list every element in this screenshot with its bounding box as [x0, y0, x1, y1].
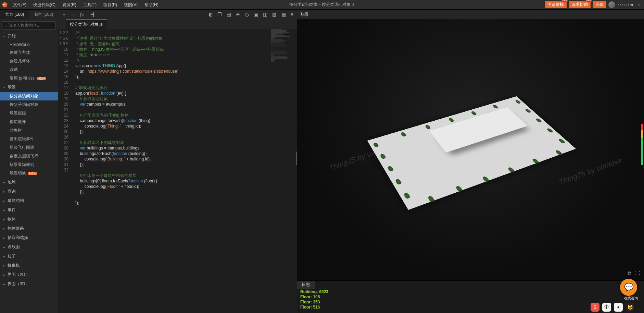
- globe-icon[interactable]: ⊕: [236, 12, 240, 17]
- perf-indicator: [641, 124, 643, 165]
- search-input[interactable]: [8, 23, 53, 28]
- request-help-button[interactable]: 请求协助new: [569, 1, 591, 8]
- menu-item[interactable]: 资源(R): [59, 0, 80, 10]
- tab-overflow-icon[interactable]: ⋮: [58, 22, 66, 26]
- tree-item[interactable]: 场景层级: [0, 109, 58, 118]
- scene-header: 场景: [297, 10, 644, 19]
- log-line: Floor: 516: [300, 305, 641, 310]
- tree-group[interactable]: ▸地球: [0, 178, 58, 187]
- code-body[interactable]: /** * 说明: 通过“分类对象属性树”访问场景内的对象 * 操作: 无，查看…: [73, 29, 297, 313]
- tree-group[interactable]: ▸物体效果: [0, 224, 58, 233]
- tree-item[interactable]: 层级飞行回调: [0, 143, 58, 152]
- menu-item[interactable]: 帮助(H): [141, 0, 162, 10]
- chat-label: 在线咨询: [624, 296, 638, 301]
- tree-item[interactable]: HelloWorld: [0, 41, 58, 48]
- log-line: Floor: 108: [300, 294, 641, 300]
- new-icon[interactable]: ＋: [62, 11, 66, 17]
- line-gutter: 1 2 3 4 5 6 7 8 9 10 11 12 13 14 15 16 1…: [58, 29, 73, 313]
- window-title: 按分类访问对象 - 按分类访问对象.js: [289, 2, 355, 8]
- menu-item[interactable]: 项目(P): [100, 0, 121, 10]
- tree-group[interactable]: ▸界面（2D）: [0, 270, 58, 279]
- theme-icon[interactable]: ◐: [209, 12, 213, 17]
- tree-item[interactable]: 引用 js 和 cssNEW: [0, 74, 58, 83]
- tree-item[interactable]: 对象树: [0, 126, 58, 135]
- tree-group[interactable]: ▸物体: [0, 215, 58, 224]
- editor-area: ⋮ 按分类访问对象.js 1 2 3 4 5 6 7 8 9 10 11 12 …: [58, 19, 297, 313]
- tree-group[interactable]: ▸建筑结构: [0, 196, 58, 205]
- cube-icon[interactable]: ❒: [217, 12, 222, 17]
- watermark: ThingJS by uinnova: [558, 156, 623, 187]
- app-logo: [0, 0, 10, 10]
- tree-group[interactable]: ▸摄像机: [0, 261, 58, 270]
- tree-group[interactable]: ▸界面（3D）: [0, 279, 58, 289]
- tab-mine[interactable]: 我的 (108): [29, 10, 58, 19]
- tree-group[interactable]: ▸粒子: [0, 252, 58, 261]
- sidebar-category-tabs: 官方 (160) 我的 (108): [0, 10, 58, 19]
- tree-item[interactable]: 场景切换NEW: [0, 169, 58, 178]
- tree-item[interactable]: 创建几何体: [0, 57, 58, 65]
- menu-item[interactable]: 文件(F): [10, 0, 30, 10]
- tree-item[interactable]: 创建立方体: [0, 48, 58, 57]
- ime-icon-2[interactable]: 中: [602, 303, 611, 312]
- tab-official[interactable]: 官方 (160): [0, 10, 29, 19]
- tree-group[interactable]: ▸查询: [0, 187, 58, 196]
- preview-panel: ThingJS by uinnova ThingJS by uinnova ⧉ …: [297, 19, 644, 313]
- log-line: Floor: 353: [300, 300, 641, 305]
- tree-item[interactable]: 进出层级事件: [0, 135, 58, 143]
- tree-group[interactable]: ▸事件: [0, 205, 58, 215]
- username[interactable]: zzzzzker: [617, 2, 633, 7]
- avatar[interactable]: [608, 1, 615, 8]
- tree-group[interactable]: ▾开始: [0, 32, 58, 41]
- clock-icon[interactable]: ◷: [245, 12, 249, 17]
- ime-icon-3[interactable]: ✦: [614, 303, 623, 312]
- ime-tray: S 中 ✦ 🐱: [591, 303, 634, 312]
- tree-item[interactable]: 按分类访问对象: [0, 92, 58, 100]
- scene-model: [367, 96, 576, 210]
- run-icon[interactable]: ▷: [80, 12, 84, 17]
- search-box[interactable]: ⌕: [2, 21, 56, 29]
- fullscreen-icon[interactable]: ⛶: [635, 270, 640, 276]
- tree-group[interactable]: ▸点线面: [0, 242, 58, 252]
- share-icon[interactable]: ⇶: [90, 12, 94, 17]
- file-tabs: ⋮ 按分类访问对象.js: [58, 19, 297, 29]
- tree-item[interactable]: 场景显隐规则: [0, 160, 58, 169]
- log-tab[interactable]: 日志: [297, 281, 315, 289]
- menu-item[interactable]: 工具(T): [80, 0, 100, 10]
- menu-item[interactable]: 视图(V): [121, 0, 141, 10]
- tool-row: 官方 (160) 我的 (108) ＋ ▫ ▷ ⇶ ◐ ❒ ▤ ⊕ ◷ ▣ ▥ …: [0, 10, 644, 19]
- top-menubar: 文件(F)快捷代码(C)资源(R)工具(T)项目(P)视图(V)帮助(H) 按分…: [0, 0, 644, 10]
- open-window-icon[interactable]: ⧉: [628, 270, 631, 276]
- example-tree: ▾开始HelloWorld创建立方体创建几何体调试引用 js 和 cssNEW▾…: [0, 32, 58, 313]
- menu-item[interactable]: 快捷代码(C): [30, 0, 59, 10]
- layout3-icon[interactable]: ▧: [272, 12, 277, 17]
- request-model-button[interactable]: 申请建模new: [545, 1, 567, 8]
- search-icon: ⌕: [4, 23, 7, 28]
- ime-icon-1[interactable]: S: [591, 303, 599, 312]
- minimap[interactable]: [269, 29, 297, 313]
- panel-icon[interactable]: ▦: [281, 12, 286, 17]
- recharge-button[interactable]: 充值: [593, 1, 606, 8]
- layout2-icon[interactable]: ▥: [263, 12, 267, 17]
- sidebar: ⌕ ▾开始HelloWorld创建立方体创建几何体调试引用 js 和 cssNE…: [0, 19, 58, 313]
- editor-toolbar-right: ◐ ❒ ▤ ⊕ ◷ ▣ ▥ ▧ ▦ ≡: [209, 12, 297, 17]
- chat-fab[interactable]: 💬: [620, 279, 637, 296]
- svg-point-1: [3, 3, 5, 5]
- scene-viewport[interactable]: ThingJS by uinnova ThingJS by uinnova ⧉ …: [297, 19, 644, 280]
- tree-group[interactable]: ▸拾取和选择: [0, 233, 58, 242]
- tree-item[interactable]: 楼层展开: [0, 118, 58, 126]
- tree-item[interactable]: 调试: [0, 65, 58, 74]
- svg-point-0: [2, 2, 8, 7]
- top-right-controls: 申请建模new 请求协助new 充值 zzzzzker ×: [545, 1, 642, 8]
- tree-item[interactable]: 按父子访问对象: [0, 100, 58, 109]
- list-icon[interactable]: ≡: [291, 12, 293, 17]
- menu-list: 文件(F)快捷代码(C)资源(R)工具(T)项目(P)视图(V)帮助(H): [10, 0, 162, 10]
- code-editor[interactable]: 1 2 3 4 5 6 7 8 9 10 11 12 13 14 15 16 1…: [58, 29, 297, 313]
- file-tab[interactable]: 按分类访问对象.js: [66, 19, 107, 29]
- close-icon[interactable]: ×: [635, 2, 642, 7]
- tree-item[interactable]: 自定义层级飞行: [0, 152, 58, 160]
- ime-icon-4[interactable]: 🐱: [626, 303, 634, 312]
- doc-icon[interactable]: ▤: [227, 12, 231, 17]
- layout1-icon[interactable]: ▣: [254, 12, 258, 17]
- tree-group[interactable]: ▾场景: [0, 83, 58, 92]
- save-icon[interactable]: ▫: [73, 12, 74, 17]
